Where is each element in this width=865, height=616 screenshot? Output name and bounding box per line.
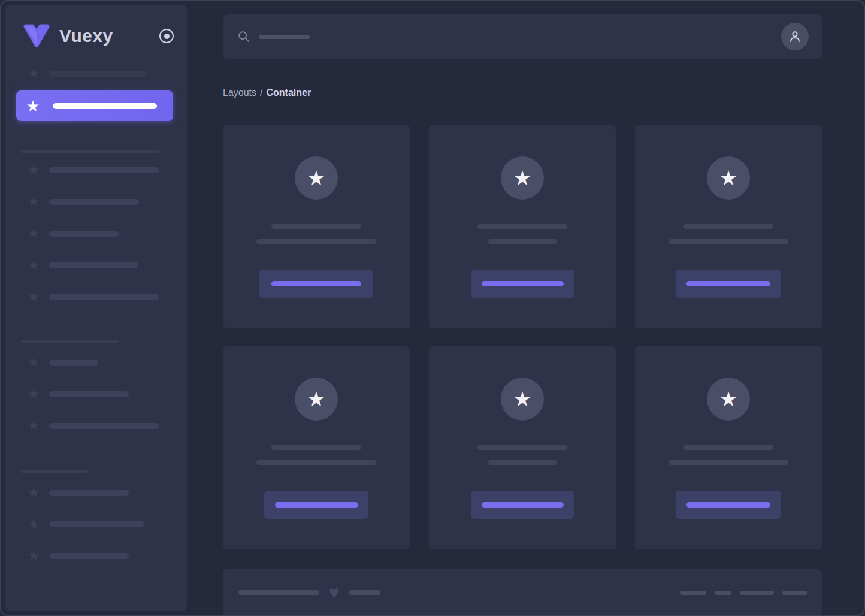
star-icon: ★: [307, 389, 325, 409]
footer-links: [680, 591, 807, 595]
star-icon: ★: [26, 518, 41, 531]
sidebar-item[interactable]: ★: [5, 549, 187, 563]
card-action-button[interactable]: [264, 491, 368, 519]
breadcrumb: Layouts/Container: [223, 87, 822, 99]
star-icon: ★: [513, 389, 531, 409]
heart-icon: ♥: [329, 584, 340, 602]
card-grid: ★ ★ ★: [223, 125, 822, 549]
sidebar-item[interactable]: ★: [5, 259, 187, 272]
main-content: Layouts/Container ★ ★ ★: [223, 1, 822, 616]
card-action-button[interactable]: [259, 270, 373, 298]
footer-link-skeleton[interactable]: [740, 591, 774, 595]
user-avatar-button[interactable]: [781, 23, 809, 50]
sidebar-item-label-skeleton: [49, 391, 129, 397]
vuexy-v-logo-icon: [22, 24, 52, 48]
sidebar-item[interactable]: ★: [5, 164, 187, 177]
sidebar-item-label-skeleton: [49, 167, 159, 173]
sidebar-item-label-skeleton: [49, 490, 129, 496]
search-input[interactable]: [237, 14, 781, 59]
sidebar-item-label-skeleton: [49, 360, 98, 366]
footer-link-skeleton[interactable]: [680, 591, 706, 595]
card-avatar-circle: ★: [295, 156, 338, 200]
sidebar-item[interactable]: ★: [5, 227, 187, 240]
demo-card: ★: [635, 346, 822, 549]
breadcrumb-parent[interactable]: Layouts: [223, 87, 256, 98]
card-subtitle-skeleton: [488, 239, 557, 244]
sidebar-item-label-skeleton: [49, 262, 138, 268]
card-avatar-circle: ★: [707, 378, 750, 421]
button-label-skeleton: [686, 281, 770, 286]
card-subtitle-skeleton: [256, 460, 376, 465]
star-icon: ★: [26, 388, 41, 401]
sidebar-item-label-skeleton: [49, 553, 129, 559]
sidebar-item[interactable]: ★: [5, 419, 187, 433]
star-icon: ★: [26, 356, 41, 369]
card-action-button[interactable]: [676, 491, 781, 519]
card-title-skeleton: [271, 224, 361, 229]
sidebar-item-label-skeleton: [49, 71, 147, 77]
sidebar-section-header-skeleton: [21, 150, 159, 153]
star-icon: ★: [26, 259, 41, 272]
star-icon: ★: [26, 227, 41, 240]
sidebar-item-label-skeleton: [49, 521, 144, 527]
sidebar-item[interactable]: ★: [5, 388, 187, 401]
sidebar-item-active[interactable]: ★: [16, 90, 173, 121]
card-subtitle-skeleton: [669, 239, 788, 244]
breadcrumb-separator: /: [260, 87, 262, 98]
card-action-button[interactable]: [676, 270, 781, 298]
demo-card: ★: [429, 346, 616, 549]
sidebar-item-label-skeleton: [53, 103, 157, 109]
star-icon: ★: [26, 164, 41, 177]
card-title-skeleton: [477, 224, 567, 229]
sidebar-section-header-skeleton: [21, 470, 88, 473]
logo-row: Vuexy: [5, 5, 187, 49]
sidebar-item-label-skeleton: [49, 423, 159, 429]
person-icon: [787, 29, 803, 44]
card-action-button[interactable]: [471, 491, 574, 519]
button-label-skeleton: [686, 502, 770, 508]
sidebar-item-label-skeleton: [49, 231, 119, 237]
button-label-skeleton: [482, 502, 564, 508]
star-icon: ★: [513, 168, 531, 188]
star-icon: ★: [26, 291, 41, 304]
sidebar-item[interactable]: ★: [5, 67, 187, 80]
star-icon: ★: [26, 67, 41, 80]
demo-card: ★: [635, 125, 822, 328]
radio-dot-icon[interactable]: [159, 29, 174, 43]
star-icon: ★: [26, 419, 41, 433]
card-title-skeleton: [683, 445, 773, 450]
star-icon: ★: [25, 99, 41, 113]
star-icon: ★: [719, 168, 737, 188]
button-label-skeleton: [275, 502, 358, 508]
sidebar-item[interactable]: ★: [5, 291, 187, 304]
star-icon: ★: [26, 195, 41, 209]
footer-credit-skeleton: [349, 590, 380, 595]
app-frame: Vuexy ★ ★ ★ ★ ★ ★ ★: [0, 0, 865, 616]
button-label-skeleton: [482, 281, 564, 286]
footer: ♥: [223, 569, 822, 616]
card-title-skeleton: [477, 445, 567, 450]
card-subtitle-skeleton: [256, 239, 376, 244]
star-icon: ★: [26, 486, 41, 499]
demo-card: ★: [223, 125, 410, 328]
star-icon: ★: [307, 168, 325, 188]
app-title: Vuexy: [59, 26, 113, 46]
card-title-skeleton: [271, 445, 361, 450]
card-avatar-circle: ★: [707, 156, 750, 200]
card-avatar-circle: ★: [501, 378, 544, 421]
sidebar-item[interactable]: ★: [5, 195, 187, 209]
card-action-button[interactable]: [471, 270, 574, 298]
sidebar-item[interactable]: ★: [5, 486, 187, 499]
top-navbar: [223, 14, 822, 59]
demo-card: ★: [223, 346, 410, 549]
sidebar: Vuexy ★ ★ ★ ★ ★ ★ ★: [5, 5, 187, 611]
sidebar-item[interactable]: ★: [5, 518, 187, 531]
star-icon: ★: [26, 549, 41, 563]
button-label-skeleton: [271, 281, 361, 286]
sidebar-item[interactable]: ★: [5, 356, 187, 369]
search-placeholder-skeleton: [259, 35, 310, 39]
footer-link-skeleton[interactable]: [715, 591, 731, 595]
footer-link-skeleton[interactable]: [782, 591, 807, 595]
demo-card: ★: [429, 125, 616, 328]
card-subtitle-skeleton: [488, 460, 557, 465]
